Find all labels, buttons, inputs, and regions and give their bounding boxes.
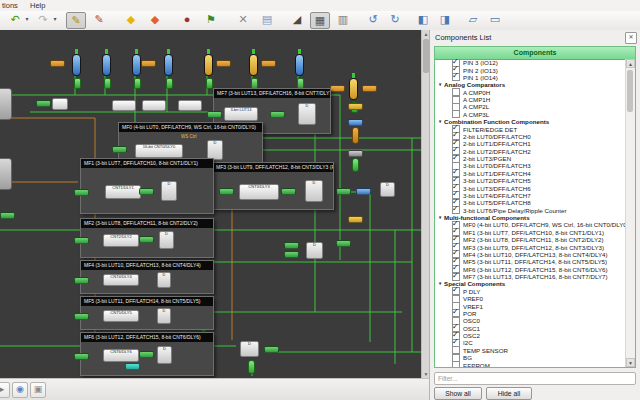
io-pin[interactable] xyxy=(72,54,81,76)
component-list-item[interactable]: ✓I2C xyxy=(435,339,626,346)
component-list-item[interactable]: TEMP SENSOR xyxy=(435,347,626,354)
component-group-header[interactable]: ▾Combination Function Components xyxy=(435,118,626,125)
tag-add-icon[interactable]: ◆ xyxy=(122,12,140,27)
component-list-item[interactable]: ✓MF5 (3-bit LUT11, DFF/LATCH14, 8-bit CN… xyxy=(435,258,626,265)
component-list-item[interactable]: ✓2-bit LUT1/DFF/LATCH1 xyxy=(435,140,626,147)
dff-chip[interactable]: D xyxy=(380,182,395,197)
run-flag-icon[interactable]: ⚑ xyxy=(202,12,220,27)
mf-block[interactable]: MF6 (3-bit LUT12, DFF/LATCH15, 8-bit CNT… xyxy=(80,332,214,376)
dff-chip[interactable]: D xyxy=(298,103,316,125)
list-scroll-down-icon[interactable]: ▼ xyxy=(626,358,635,367)
dff-chip[interactable]: D xyxy=(159,231,174,249)
logic-chip[interactable]: CNT6/DLY6 xyxy=(103,349,139,362)
component-list-item[interactable]: ✓2-bit LUT2/DFF/LATCH2 xyxy=(435,148,626,155)
logic-chip[interactable]: 3-bit LUT13 xyxy=(224,107,258,121)
wire-mode-icon[interactable]: ▦ xyxy=(310,12,330,29)
hide-all-button[interactable]: Hide all xyxy=(486,387,532,400)
partial-nav-icon[interactable]: ▸ xyxy=(0,382,10,398)
show-all-button[interactable]: Show all xyxy=(434,387,482,400)
tools-icon[interactable]: ✕ xyxy=(234,12,252,27)
component-group-header[interactable]: ▾Multi-functional Components xyxy=(435,214,626,221)
component-list-item[interactable]: OSC0 xyxy=(435,317,626,324)
component-list-item[interactable]: ✓OSC2 xyxy=(435,332,626,339)
logic-chip[interactable]: CNT5/DLY5 xyxy=(103,310,139,322)
component-checkbox[interactable]: ✓ xyxy=(452,73,460,81)
component-list-item[interactable]: ✓3-bit LUT2/DFF/LATCH5 xyxy=(435,177,626,184)
component-list-item[interactable]: ✓MF6 (3-bit LUT12, DFF/LATCH15, 8-bit CN… xyxy=(435,266,626,273)
edit-pencil-icon[interactable]: ✎ xyxy=(66,12,86,29)
component-list-item[interactable]: ✓MF7 (3-bit LUT13, DFF/LATCH16, 8-bit CN… xyxy=(435,273,626,280)
component-checkbox[interactable] xyxy=(452,110,460,118)
io-pin[interactable] xyxy=(102,54,111,76)
dff-chip[interactable]: D xyxy=(161,181,177,201)
io-pin[interactable] xyxy=(204,54,213,76)
component-list-item[interactable]: EEPROM xyxy=(435,361,626,367)
component-list-item[interactable]: ✓P DLY xyxy=(435,288,626,295)
fence-grid-icon[interactable]: ▥ xyxy=(334,12,352,27)
component-list-item[interactable]: ✓3-bit LUT4/DFF/LATCH7 xyxy=(435,192,626,199)
component-list-item[interactable]: ✓2-bit LUT0/DFF/LATCH0 xyxy=(435,133,626,140)
component-list-item[interactable]: ✓2-bit LUT3/PGEN xyxy=(435,155,626,162)
undo-icon[interactable]: ↶ xyxy=(6,12,24,27)
redo-caret-icon[interactable]: ▾ xyxy=(51,12,59,27)
hammer-icon[interactable]: ◢ xyxy=(288,12,306,27)
rotate-left-icon[interactable]: ↺ xyxy=(364,12,382,27)
component-list-item[interactable]: A CMP3L xyxy=(435,111,626,118)
list-scroll-up-icon[interactable]: ▲ xyxy=(626,59,635,68)
mf-block[interactable]: MF5 (3-bit LUT11, DFF/LATCH14, 8-bit CNT… xyxy=(80,296,214,330)
dff-chip[interactable]: D xyxy=(240,341,259,357)
flip-horizontal-icon[interactable]: ◨ xyxy=(436,12,454,27)
component-checkbox[interactable] xyxy=(452,361,460,367)
component-list-item[interactable]: ✓3-bit LUT6/Pipe Delay/Ripple Counter xyxy=(435,207,626,214)
component-list-item[interactable]: 3-bit LUT0/DFF/LATCH3 xyxy=(435,162,626,169)
component-list-item[interactable]: A CMP2L xyxy=(435,103,626,110)
component-list-item[interactable]: ✓OSC1 xyxy=(435,325,626,332)
rotate-right-icon[interactable]: ↻ xyxy=(386,12,404,27)
edge-component[interactable] xyxy=(0,158,12,190)
dff-chip[interactable]: D xyxy=(157,346,172,364)
component-group-header[interactable]: ▾Special Components xyxy=(435,280,626,287)
logic-chip[interactable]: CNT3/DLY3 xyxy=(239,184,279,200)
component-list-item[interactable]: ✓3-bit LUT3/DFF/LATCH6 xyxy=(435,184,626,191)
logic-chip[interactable] xyxy=(142,100,166,111)
component-list-item[interactable]: ✓MF1 (3-bit LUT7, DFF/LATCH10, 8-bit CNT… xyxy=(435,229,626,236)
logic-chip[interactable] xyxy=(178,100,202,111)
tag-remove-icon[interactable]: ◆ xyxy=(146,12,164,27)
erase-pencil-icon[interactable]: ✎ xyxy=(90,12,108,27)
edge-component[interactable] xyxy=(0,88,12,120)
io-pin[interactable] xyxy=(132,54,141,76)
notes-icon[interactable]: ▤ xyxy=(258,12,276,27)
logic-chip[interactable]: CNT1/DLY1 xyxy=(105,185,141,199)
logic-chip[interactable] xyxy=(112,100,136,111)
dff-chip[interactable]: D xyxy=(306,242,323,259)
menu-item-tions[interactable]: tions xyxy=(2,1,18,10)
io-pin[interactable] xyxy=(164,54,173,76)
component-list-item[interactable]: ✓FILTER/EDGE DET xyxy=(435,125,626,132)
component-group-header[interactable]: ▾Analog Comparators xyxy=(435,81,626,88)
grid-view-icon[interactable]: ▣ xyxy=(30,382,46,398)
io-pin[interactable] xyxy=(349,78,358,100)
component-list-item[interactable]: ✓MF3 (3-bit LUT9, DFF/LATCH12, 8-bit CNT… xyxy=(435,243,626,250)
schematic-canvas[interactable]: DDDDDDMF7 (3-bit LUT13, DFF/LATCH16, 8-b… xyxy=(0,30,421,378)
debug-bug-icon[interactable]: ● xyxy=(178,12,196,27)
list-scroll-thumb[interactable] xyxy=(627,70,633,112)
logic-chip[interactable]: 16-bit CNT0/DLY0 xyxy=(135,144,183,158)
component-list-item[interactable]: A CMP0H xyxy=(435,89,626,96)
component-list-item[interactable]: ✓POR xyxy=(435,310,626,317)
filter-input[interactable] xyxy=(434,372,636,385)
component-list-item[interactable]: ✓PIN 3 (IO12) xyxy=(435,59,626,66)
mf-block[interactable]: MF2 (3-bit LUT8, DFF/LATCH11, 8-bit CNT2… xyxy=(80,218,214,258)
close-icon[interactable]: ✕ xyxy=(625,32,637,44)
logic-chip[interactable]: CNT4/DLY4 xyxy=(103,274,139,286)
logic-chip[interactable]: CNT2/DLY2 xyxy=(103,234,139,247)
component-list-item[interactable]: VREF1 xyxy=(435,302,626,309)
dff-chip[interactable]: D xyxy=(207,140,223,160)
mf-block[interactable]: MF1 (3-bit LUT7, DFF/LATCH10, 8-bit CNT1… xyxy=(80,158,214,214)
io-pin[interactable] xyxy=(249,54,258,76)
align-shape-icon[interactable]: ▱ xyxy=(464,12,482,27)
component-list-item[interactable]: ✓3-bit LUT5/DFF/LATCH8 xyxy=(435,199,626,206)
menu-item-help[interactable]: Help xyxy=(30,1,45,10)
logic-chip[interactable] xyxy=(52,98,68,110)
zoom-icon[interactable]: ◉ xyxy=(12,382,28,398)
component-list-item[interactable]: ✓PIN 2 (IO13) xyxy=(435,66,626,73)
